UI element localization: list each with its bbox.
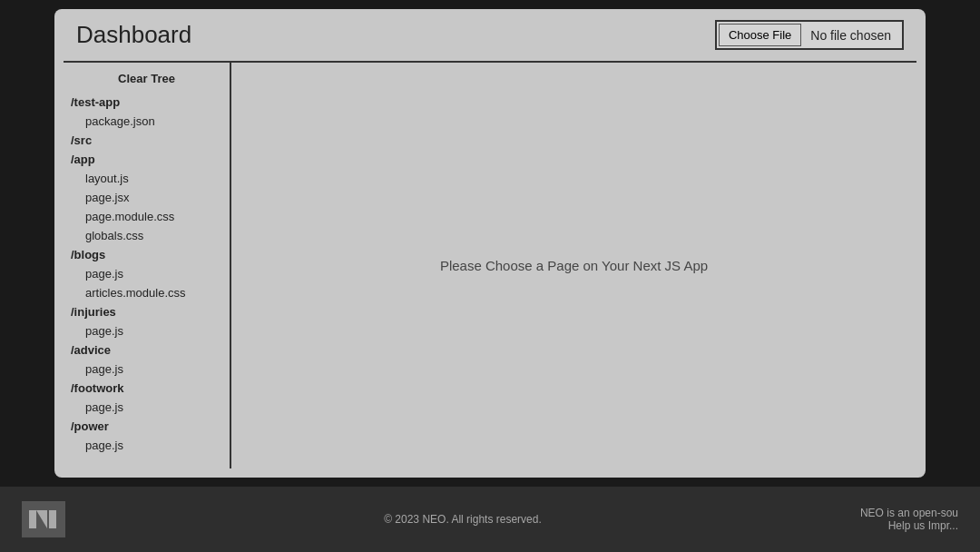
sidebar-file[interactable]: page.js [64,360,230,379]
footer-info-line1: NEO is an open-sou [860,507,958,519]
sidebar-folder[interactable]: /app [64,150,230,169]
sidebar-file[interactable]: page.js [64,321,230,340]
sidebar-file[interactable]: articles.module.css [64,283,230,302]
sidebar-folder[interactable]: /test-app [64,93,230,112]
app-container: Dashboard Choose File No file chosen Cle… [54,9,926,478]
sidebar: Clear Tree /test-apppackage.json/src/app… [64,63,231,468]
page-title: Dashboard [76,21,191,49]
sidebar-file[interactable]: page.jsx [64,188,230,207]
file-input-wrapper: Choose File No file chosen [715,20,904,50]
sidebar-file[interactable]: package.json [64,112,230,131]
sidebar-folder[interactable]: /advice [64,340,230,360]
sidebar-folder[interactable]: /src [64,131,230,150]
footer-logo [22,501,65,537]
footer: © 2023 NEO. All rights reserved. NEO is … [0,487,980,552]
sidebar-folder[interactable]: /footwork [64,379,230,398]
svg-marker-1 [36,510,47,528]
footer-info: NEO is an open-sou Help us Impr... [860,507,958,532]
footer-copyright: © 2023 NEO. All rights reserved. [65,513,860,526]
sidebar-folder[interactable]: /injuries [64,302,230,321]
main-panel: Please Choose a Page on Your Next JS App [231,63,916,468]
header: Dashboard Choose File No file chosen [54,9,926,61]
svg-rect-0 [29,510,36,528]
sidebar-folder[interactable]: /blogs [64,245,230,264]
choose-file-button[interactable]: Choose File [719,24,801,46]
no-file-label: No file chosen [801,25,900,46]
content-area: Clear Tree /test-apppackage.json/src/app… [64,63,916,468]
sidebar-items-list: /test-apppackage.json/src/applayout.jspa… [64,93,230,455]
clear-tree-button[interactable]: Clear Tree [64,70,230,93]
svg-rect-2 [49,510,56,528]
sidebar-file[interactable]: page.js [64,398,230,417]
main-placeholder-text: Please Choose a Page on Your Next JS App [440,258,708,273]
sidebar-file[interactable]: layout.js [64,169,230,188]
sidebar-file[interactable]: page.module.css [64,207,230,226]
sidebar-file[interactable]: page.js [64,264,230,283]
sidebar-folder[interactable]: /power [64,417,230,436]
footer-info-line2: Help us Impr... [860,519,958,532]
sidebar-file[interactable]: globals.css [64,226,230,245]
footer-logo-icon [22,501,65,537]
sidebar-file[interactable]: page.js [64,436,230,455]
